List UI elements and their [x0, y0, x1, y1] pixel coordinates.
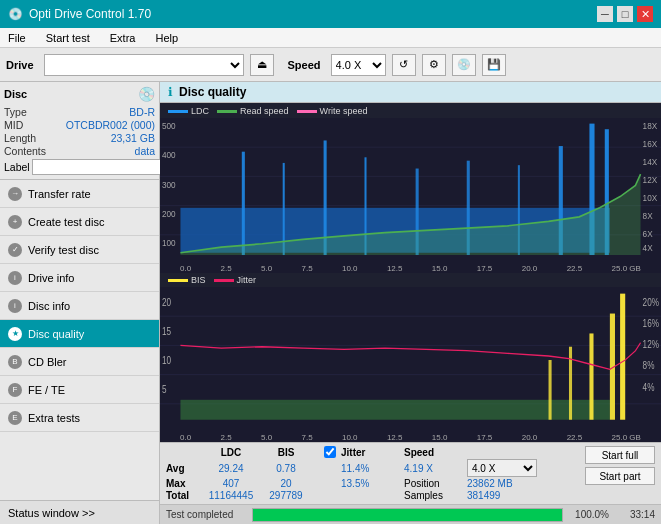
x-75: 7.5	[301, 264, 312, 273]
bx-175: 17.5	[477, 433, 493, 442]
position-value: 23862 MB	[467, 478, 537, 489]
cd-bler-icon: B	[8, 355, 22, 369]
bottom-chart: 20 15 10 5 20% 16% 12% 8% 4%	[160, 287, 661, 433]
disc-type-label: Type	[4, 106, 27, 118]
total-label: Total	[166, 490, 202, 501]
eject-button[interactable]: ⏏	[250, 54, 274, 76]
svg-text:4%: 4%	[643, 380, 655, 392]
speed-select-stats[interactable]: 4.0 X	[467, 459, 537, 477]
svg-rect-47	[589, 333, 593, 419]
ldc-legend: LDC	[168, 106, 209, 116]
nav-drive-info-label: Drive info	[28, 272, 74, 284]
disc-button[interactable]: 💿	[452, 54, 476, 76]
disc-label-input[interactable]	[32, 159, 161, 175]
status-window-button[interactable]: Status window >>	[0, 500, 159, 524]
bx-200: 20.0	[522, 433, 538, 442]
write-speed-legend-color	[297, 110, 317, 113]
maximize-button[interactable]: □	[617, 6, 633, 22]
samples-value: 381499	[467, 490, 537, 501]
status-text: Test completed	[166, 509, 246, 520]
svg-text:300: 300	[162, 179, 176, 189]
charts-area: LDC Read speed Write speed	[160, 103, 661, 442]
disc-section-title: Disc	[4, 88, 27, 100]
max-label: Max	[166, 478, 202, 489]
top-chart: 500 400 300 200 100 18X 16X 14X 12X 10X …	[160, 118, 661, 264]
svg-text:12%: 12%	[643, 338, 660, 350]
refresh-button[interactable]: ↺	[392, 54, 416, 76]
bis-header: BIS	[260, 447, 312, 458]
nav-extra-tests[interactable]: E Extra tests	[0, 404, 159, 432]
bis-legend-color	[168, 279, 188, 282]
menu-bar: File Start test Extra Help	[0, 28, 661, 48]
menu-start-test[interactable]: Start test	[42, 31, 94, 45]
menu-help[interactable]: Help	[151, 31, 182, 45]
jitter-avg: 11.4%	[341, 463, 401, 474]
chart-header-icon: ℹ	[168, 85, 173, 99]
write-speed-legend: Write speed	[297, 106, 368, 116]
x-50: 5.0	[261, 264, 272, 273]
status-window-label: Status window >>	[8, 507, 95, 519]
top-xaxis: 0.0 2.5 5.0 7.5 10.0 12.5 15.0 17.5 20.0…	[160, 264, 661, 273]
drive-info-icon: i	[8, 271, 22, 285]
svg-text:100: 100	[162, 238, 176, 248]
x-100: 10.0	[342, 264, 358, 273]
stats-panel: LDC BIS Jitter Speed Avg 29.24 0.78 11.4…	[160, 442, 661, 504]
x-0: 0.0	[180, 264, 191, 273]
jitter-max: 13.5%	[341, 478, 401, 489]
nav-create-test-disc[interactable]: + Create test disc	[0, 208, 159, 236]
disc-mid-value: OTCBDR002 (000)	[66, 119, 155, 131]
settings-button[interactable]: ⚙	[422, 54, 446, 76]
nav-disc-info[interactable]: i Disc info	[0, 292, 159, 320]
toolbar: Drive (F:) ATAPI iHBS112 2 PL06 ⏏ Speed …	[0, 48, 661, 82]
bottom-chart-wrapper: 20 15 10 5 20% 16% 12% 8% 4%	[160, 287, 661, 433]
nav-verify-test-disc[interactable]: ✓ Verify test disc	[0, 236, 159, 264]
start-full-button[interactable]: Start full	[585, 446, 655, 464]
nav-disc-quality-label: Disc quality	[28, 328, 84, 340]
nav-cd-bler[interactable]: B CD Bler	[0, 348, 159, 376]
close-button[interactable]: ✕	[637, 6, 653, 22]
x-175: 17.5	[477, 264, 493, 273]
progress-percent: 100.0%	[569, 509, 609, 520]
nav-disc-quality[interactable]: ★ Disc quality	[0, 320, 159, 348]
disc-mid-label: MID	[4, 119, 23, 131]
start-buttons: Start full Start part	[585, 446, 655, 485]
bx-250: 25.0 GB	[612, 433, 641, 442]
create-test-disc-icon: +	[8, 215, 22, 229]
svg-text:16%: 16%	[643, 317, 660, 329]
menu-extra[interactable]: Extra	[106, 31, 140, 45]
nav-drive-info[interactable]: i Drive info	[0, 264, 159, 292]
x-225: 22.5	[567, 264, 583, 273]
top-chart-legend: LDC Read speed Write speed	[160, 103, 661, 118]
verify-test-disc-icon: ✓	[8, 243, 22, 257]
nav-fe-te[interactable]: F FE / TE	[0, 376, 159, 404]
x-250: 25.0 GB	[612, 264, 641, 273]
disc-length-label: Length	[4, 132, 36, 144]
bx-50: 5.0	[261, 433, 272, 442]
nav-transfer-rate[interactable]: → Transfer rate	[0, 180, 159, 208]
speed-select[interactable]: 4.0 X	[331, 54, 386, 76]
disc-icon[interactable]: 💿	[138, 86, 155, 102]
jitter-legend: Jitter	[214, 275, 257, 285]
bx-0: 0.0	[180, 433, 191, 442]
jitter-header: Jitter	[341, 447, 401, 458]
samples-label: Samples	[404, 490, 464, 501]
bx-25: 2.5	[220, 433, 231, 442]
svg-text:20%: 20%	[643, 295, 660, 307]
progress-bar-fill	[253, 509, 562, 521]
minimize-button[interactable]: ─	[597, 6, 613, 22]
drive-select[interactable]: (F:) ATAPI iHBS112 2 PL06	[44, 54, 244, 76]
jitter-checkbox[interactable]	[324, 446, 336, 458]
app-icon: 💿	[8, 7, 23, 21]
ldc-legend-label: LDC	[191, 106, 209, 116]
bis-legend-label: BIS	[191, 275, 206, 285]
svg-text:200: 200	[162, 208, 176, 218]
right-yaxis	[636, 118, 661, 264]
nav-cd-bler-label: CD Bler	[28, 356, 67, 368]
title-bar: 💿 Opti Drive Control 1.70 ─ □ ✕	[0, 0, 661, 28]
bx-225: 22.5	[567, 433, 583, 442]
save-button[interactable]: 💾	[482, 54, 506, 76]
start-part-button[interactable]: Start part	[585, 467, 655, 485]
disc-contents-label: Contents	[4, 145, 46, 157]
menu-file[interactable]: File	[4, 31, 30, 45]
bx-100: 10.0	[342, 433, 358, 442]
